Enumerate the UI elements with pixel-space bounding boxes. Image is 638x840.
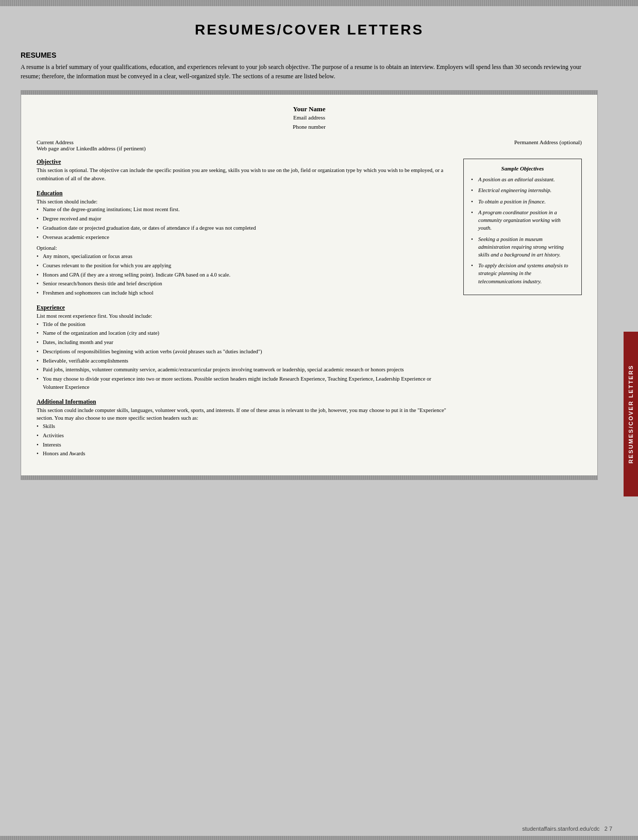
- address-row: Current Address Web page and/or LinkedIn…: [37, 139, 582, 151]
- right-tab: RESUMES/COVER LETTERS: [618, 6, 638, 821]
- list-item: Overseas academic experience: [37, 233, 453, 242]
- page-footer: studentaffairs.stanford.edu/cdc 2 7: [0, 821, 638, 836]
- sample-objectives-list: A position as an editorial assistant. El…: [471, 176, 574, 285]
- objective-item-3: To obtain a position in finance.: [471, 198, 574, 205]
- resume-body: Objective This section is optional. The …: [37, 159, 582, 465]
- education-content: This section should include: Name of the…: [37, 198, 453, 297]
- objective-item-6: To apply decision and systems analysis t…: [471, 262, 574, 285]
- sample-objectives-column: Sample Objectives A position as an edito…: [463, 159, 582, 465]
- list-item: Skills: [37, 422, 453, 431]
- footer-page: 2 7: [605, 826, 612, 832]
- additional-info-section: Additional Information This section coul…: [37, 399, 453, 458]
- top-border: [0, 0, 638, 6]
- page-wrapper: RESUMES/COVER LETTERS RESUMES A resume i…: [0, 0, 638, 840]
- list-item: Honors and GPA (if they are a strong sel…: [37, 271, 453, 279]
- list-item: Interests: [37, 441, 453, 449]
- objective-item-1: A position as an editorial assistant.: [471, 176, 574, 183]
- experience-intro: List most recent experience first. You s…: [37, 312, 453, 320]
- content-area: RESUMES/COVER LETTERS RESUMES A resume i…: [0, 6, 618, 821]
- resume-name: Your Name: [37, 105, 582, 113]
- objective-item-4: A program coordinator position in a comm…: [471, 209, 574, 232]
- list-item: Honors and Awards: [37, 450, 453, 458]
- objective-text: This section is optional. The objective …: [37, 166, 453, 183]
- additional-info-title: Additional Information: [37, 399, 453, 405]
- list-item: Title of the position: [37, 320, 453, 329]
- list-item: Courses relevant to the position for whi…: [37, 262, 453, 270]
- list-item: Freshmen and sophomores can include high…: [37, 289, 453, 297]
- list-item: You may choose to divide your experience…: [37, 375, 453, 391]
- list-item: Descriptions of responsibilities beginni…: [37, 348, 453, 356]
- experience-title: Experience: [37, 304, 453, 311]
- additional-info-text: This section could include computer skil…: [37, 406, 453, 423]
- sample-objectives-box: Sample Objectives A position as an edito…: [463, 159, 582, 295]
- education-list: Name of the degree-granting institutions…: [37, 205, 453, 241]
- current-address-detail: Web page and/or LinkedIn address (if per…: [37, 145, 146, 151]
- list-item: Believable, verifiable accomplishments: [37, 357, 453, 365]
- education-intro: This section should include:: [37, 198, 453, 206]
- objective-item-5: Seeking a position in museum administrat…: [471, 235, 574, 259]
- resumes-heading: RESUMES: [21, 51, 598, 59]
- right-tab-label: RESUMES/COVER LETTERS: [624, 332, 638, 496]
- current-address-label: Current Address: [37, 139, 146, 145]
- education-title: Education: [37, 190, 453, 196]
- main-content: RESUMES/COVER LETTERS RESUMES A resume i…: [0, 6, 638, 821]
- additional-info-list: Skills Activities Interests Honors and A…: [37, 422, 453, 458]
- list-item: Degree received and major: [37, 215, 453, 223]
- intro-text: A resume is a brief summary of your qual…: [21, 62, 598, 81]
- footer-url: studentaffairs.stanford.edu/cdc: [522, 826, 599, 832]
- education-optional-list: Any minors, specialization or focus area…: [37, 252, 453, 297]
- list-item: Dates, including month and year: [37, 338, 453, 347]
- list-item: Graduation date or projected graduation …: [37, 224, 453, 232]
- list-item: Activities: [37, 432, 453, 440]
- resume-document: Your Name Email address Phone number Cur…: [21, 90, 598, 480]
- list-item: Any minors, specialization or focus area…: [37, 252, 453, 261]
- bottom-border: [0, 836, 638, 840]
- objective-item-2: Electrical engineering internship.: [471, 186, 574, 194]
- resume-phone: Phone number: [37, 123, 582, 132]
- list-item: Paid jobs, internships, volunteer commun…: [37, 366, 453, 374]
- additional-info-content: This section could include computer skil…: [37, 406, 453, 458]
- experience-section: Experience List most recent experience f…: [37, 304, 453, 391]
- resume-doc-bottom-border: [21, 475, 597, 479]
- list-item: Name of the organization and location (c…: [37, 329, 453, 337]
- experience-list: Title of the position Name of the organi…: [37, 320, 453, 391]
- permanent-address: Permanent Address (optional): [514, 139, 582, 151]
- sample-objectives-title: Sample Objectives: [471, 165, 574, 172]
- page-title: RESUMES/COVER LETTERS: [21, 22, 598, 38]
- education-section: Education This section should include: N…: [37, 190, 453, 297]
- current-address: Current Address Web page and/or LinkedIn…: [37, 139, 146, 151]
- resume-header: Your Name Email address Phone number: [37, 105, 582, 131]
- resume-left-column: Objective This section is optional. The …: [37, 159, 453, 465]
- experience-content: List most recent experience first. You s…: [37, 312, 453, 391]
- optional-label: Optional:: [37, 244, 453, 252]
- list-item: Senior research/honors thesis title and …: [37, 280, 453, 288]
- list-item: Name of the degree-granting institutions…: [37, 205, 453, 214]
- objective-section: Objective This section is optional. The …: [37, 159, 453, 183]
- resume-email: Email address: [37, 113, 582, 123]
- permanent-address-label: Permanent Address (optional): [514, 139, 582, 145]
- resume-doc-border: [21, 91, 597, 95]
- objective-title: Objective: [37, 159, 453, 165]
